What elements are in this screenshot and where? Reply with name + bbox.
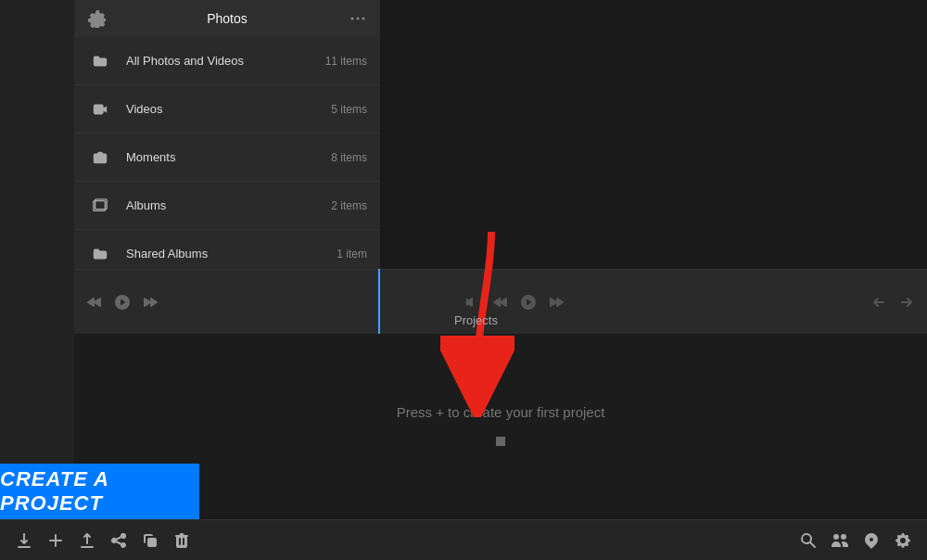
shared-folder-icon bbox=[87, 241, 113, 267]
sidebar-list: All Photos and Videos 11 items Videos 5 … bbox=[74, 37, 380, 287]
all-photos-count: 11 items bbox=[325, 55, 367, 68]
sidebar-header: Photos bbox=[74, 0, 380, 37]
bottom-toolbar bbox=[0, 519, 927, 560]
empty-state-text: Press + to create your first project bbox=[397, 404, 605, 420]
undo-main-icon[interactable] bbox=[870, 293, 888, 312]
create-project-banner[interactable]: CREATE A PROJECT bbox=[0, 464, 199, 519]
bottom-toolbar-left bbox=[0, 531, 784, 550]
share-icon[interactable] bbox=[109, 531, 128, 550]
delete-icon[interactable] bbox=[172, 531, 191, 550]
sidebar-item-albums[interactable]: Albums 2 items bbox=[74, 182, 380, 230]
svg-point-1 bbox=[357, 18, 360, 20]
bottom-toolbar-right bbox=[784, 531, 927, 550]
duplicate-icon[interactable] bbox=[141, 531, 159, 550]
create-project-text: CREATE A PROJECT bbox=[0, 467, 199, 515]
playhead-indicator bbox=[378, 269, 380, 334]
main-content-area: Press + to create your first project bbox=[74, 334, 927, 515]
shared-albums-count: 1 item bbox=[337, 248, 367, 261]
empty-state-dot bbox=[496, 437, 505, 446]
projects-tab[interactable]: Projects bbox=[454, 313, 498, 327]
left-column bbox=[0, 0, 74, 519]
videos-label: Videos bbox=[126, 102, 331, 116]
sidebar-title: Photos bbox=[106, 11, 349, 26]
timeline-bar bbox=[74, 269, 927, 334]
album-icon bbox=[87, 193, 113, 219]
step-forward-icon[interactable] bbox=[141, 293, 159, 312]
add-icon[interactable] bbox=[46, 531, 65, 550]
camera-icon bbox=[87, 145, 113, 171]
skip-start-icon[interactable] bbox=[464, 293, 482, 312]
settings-bottom-icon[interactable] bbox=[894, 531, 912, 550]
moments-count: 8 items bbox=[331, 151, 367, 164]
folder-icon bbox=[87, 48, 113, 74]
albums-count: 2 items bbox=[331, 199, 367, 212]
gear-icon[interactable] bbox=[87, 9, 106, 28]
video-icon bbox=[87, 96, 113, 122]
import-icon[interactable] bbox=[15, 531, 33, 550]
sidebar-item-all-photos[interactable]: All Photos and Videos 11 items bbox=[74, 37, 380, 85]
albums-label: Albums bbox=[126, 198, 331, 212]
search-bottom-icon[interactable] bbox=[799, 531, 818, 550]
play-icon[interactable] bbox=[113, 293, 132, 312]
sidebar-item-videos[interactable]: Videos 5 items bbox=[74, 85, 380, 134]
svg-point-0 bbox=[351, 18, 354, 20]
play-main-icon[interactable] bbox=[519, 293, 538, 312]
svg-point-2 bbox=[362, 18, 365, 20]
shared-albums-label: Shared Albums bbox=[126, 247, 337, 261]
sidebar-item-moments[interactable]: Moments 8 items bbox=[74, 134, 380, 182]
fast-forward-icon[interactable] bbox=[547, 293, 565, 312]
svg-rect-9 bbox=[466, 299, 468, 306]
redo-main-icon[interactable] bbox=[897, 293, 916, 312]
ellipsis-icon[interactable] bbox=[349, 9, 367, 28]
rewind-icon[interactable] bbox=[491, 293, 510, 312]
export-icon[interactable] bbox=[78, 531, 96, 550]
step-back-icon[interactable] bbox=[85, 293, 104, 312]
moments-label: Moments bbox=[126, 150, 331, 164]
videos-count: 5 items bbox=[331, 103, 367, 116]
location-icon[interactable] bbox=[862, 531, 881, 550]
people-icon[interactable] bbox=[831, 531, 849, 550]
all-photos-label: All Photos and Videos bbox=[126, 54, 325, 68]
